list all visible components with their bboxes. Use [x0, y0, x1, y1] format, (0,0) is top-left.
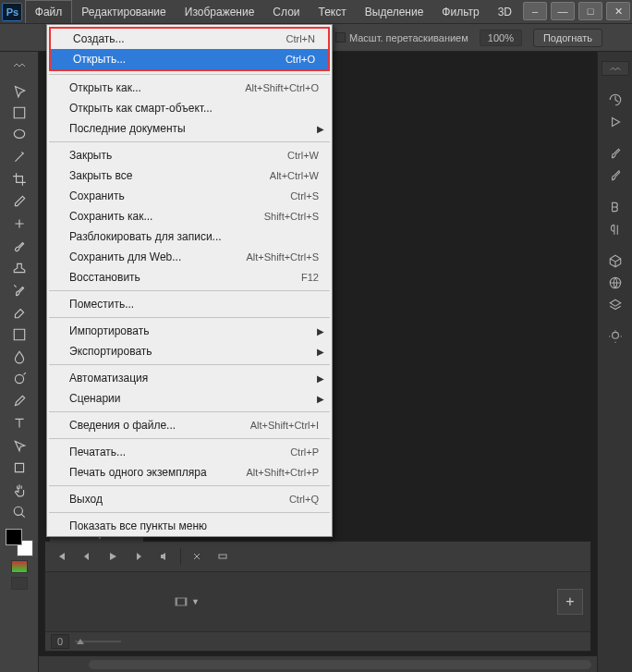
- svg-rect-2: [176, 598, 177, 605]
- menu-item-импортировать[interactable]: Импортировать▶: [47, 321, 332, 341]
- screen-mode-toggle[interactable]: [11, 577, 28, 590]
- expand-panels-icon[interactable]: [602, 61, 629, 76]
- menu-выделение[interactable]: Выделение: [356, 0, 433, 23]
- collapse-toolbar-icon[interactable]: [7, 57, 31, 79]
- menu-item-сведения-о-файле-[interactable]: Сведения о файле...Alt+Shift+Ctrl+I: [47, 415, 332, 435]
- maximize-button[interactable]: □: [578, 2, 602, 20]
- menu-item-открыть-как-[interactable]: Открыть как...Alt+Shift+Ctrl+O: [47, 78, 332, 98]
- menu-item-открыть-[interactable]: Открыть...Ctrl+O: [51, 49, 328, 69]
- para-panel-icon[interactable]: [604, 218, 626, 240]
- svg-rect-3: [185, 598, 187, 605]
- zoom-value-field[interactable]: 100%: [480, 30, 522, 46]
- menu-3d[interactable]: 3D: [489, 0, 521, 23]
- brush-tool[interactable]: [7, 235, 31, 257]
- history-panel-icon[interactable]: [604, 89, 626, 111]
- menu-фильтр[interactable]: Фильтр: [432, 0, 488, 23]
- tools-panel: [0, 52, 39, 672]
- gradient-tool[interactable]: [7, 324, 31, 346]
- pen-tool[interactable]: [7, 390, 31, 412]
- brush-preset-panel-icon[interactable]: [604, 142, 626, 165]
- menu-редактирование[interactable]: Редактирование: [72, 0, 175, 23]
- close-button[interactable]: ✕: [606, 2, 630, 20]
- brush-props-panel-icon[interactable]: [604, 165, 626, 187]
- lasso-tool[interactable]: [7, 124, 31, 146]
- menu-item-shortcut: Ctrl+N: [286, 33, 315, 44]
- menu-item-поместить-[interactable]: Поместить...: [47, 294, 332, 314]
- add-media-icon[interactable]: ▼: [175, 595, 200, 608]
- move-tool[interactable]: [7, 79, 31, 102]
- play-button[interactable]: [103, 547, 123, 566]
- menu-item-выход[interactable]: ВыходCtrl+Q: [47, 489, 332, 509]
- next-frame-button[interactable]: [128, 547, 149, 566]
- blur-tool[interactable]: [7, 346, 31, 368]
- zoom-tool[interactable]: [7, 501, 31, 523]
- timeline-panel: Шкала времени ▼ + 0: [44, 541, 591, 652]
- menu-текст[interactable]: Текст: [310, 0, 356, 23]
- stamp-tool[interactable]: [7, 257, 31, 279]
- menu-item-label: Экспортировать: [69, 345, 319, 358]
- split-clip-button[interactable]: [187, 547, 207, 566]
- crop-tool[interactable]: [7, 168, 31, 190]
- menu-item-сохранить-как-[interactable]: Сохранить как...Shift+Ctrl+S: [47, 206, 332, 226]
- color-swatch[interactable]: [6, 529, 33, 556]
- magic-wand-tool[interactable]: [7, 146, 31, 168]
- menu-item-label: Печать одного экземпляра: [69, 466, 246, 479]
- menu-item-печатать-[interactable]: Печатать...Ctrl+P: [47, 442, 332, 462]
- submenu-arrow-icon: ▶: [317, 394, 324, 404]
- menu-item-закрыть-все[interactable]: Закрыть всеAlt+Ctrl+W: [47, 165, 332, 186]
- hand-tool[interactable]: [7, 479, 31, 501]
- type-tool[interactable]: [7, 412, 31, 434]
- timeline-zoom-slider[interactable]: [75, 637, 121, 646]
- menu-item-экспортировать[interactable]: Экспортировать▶: [47, 341, 332, 361]
- menu-item-печать-одного-экземпляра[interactable]: Печать одного экземпляраAlt+Shift+Ctrl+P: [47, 462, 332, 483]
- add-track-button[interactable]: +: [557, 589, 583, 615]
- dodge-tool[interactable]: [7, 368, 31, 390]
- scrubby-zoom-checkbox[interactable]: Масшт. перетаскиванием: [335, 32, 468, 43]
- foreground-color-swatch[interactable]: [6, 529, 22, 545]
- char-panel-icon[interactable]: [604, 196, 626, 218]
- menu-item-последние-документы[interactable]: Последние документы▶: [47, 118, 332, 139]
- menu-item-закрыть[interactable]: ЗакрытьCtrl+W: [47, 145, 332, 165]
- light-panel-icon[interactable]: [604, 325, 626, 348]
- menu-item-shortcut: Ctrl+W: [287, 150, 319, 161]
- play-panel-icon[interactable]: [604, 111, 626, 133]
- quick-mask-toggle[interactable]: [11, 560, 28, 573]
- menu-item-сохранить-для-web-[interactable]: Сохранить для Web...Alt+Shift+Ctrl+S: [47, 247, 332, 267]
- menu-item-shortcut: Alt+Shift+Ctrl+O: [245, 82, 319, 93]
- menu-файл[interactable]: Файл: [25, 0, 73, 23]
- menu-item-разблокировать-для-записи-[interactable]: Разблокировать для записи...: [47, 226, 332, 247]
- history-brush-tool[interactable]: [7, 279, 31, 301]
- app-logo: Ps: [0, 0, 25, 23]
- rectangle-tool[interactable]: [7, 457, 31, 479]
- menu-item-shortcut: Alt+Shift+Ctrl+I: [250, 420, 319, 431]
- minimize-button[interactable]: —: [551, 2, 575, 20]
- menu-item-создать-[interactable]: Создать...Ctrl+N: [51, 29, 328, 49]
- sphere-panel-icon[interactable]: [604, 272, 626, 294]
- menu-item-показать-все-пункты-меню[interactable]: Показать все пункты меню: [47, 516, 332, 536]
- svg-rect-0: [219, 555, 226, 558]
- menu-слои[interactable]: Слои: [263, 0, 309, 23]
- menu-item-label: Импортировать: [69, 324, 319, 337]
- menu-item-автоматизация[interactable]: Автоматизация▶: [47, 368, 332, 388]
- menu-item-сценарии[interactable]: Сценарии▶: [47, 388, 332, 409]
- menu-item-открыть-как-смарт-объект-[interactable]: Открыть как смарт-объект...: [47, 98, 332, 118]
- healing-tool[interactable]: [7, 213, 31, 235]
- transition-button[interactable]: [213, 547, 233, 566]
- menu-item-сохранить[interactable]: СохранитьCtrl+S: [47, 186, 332, 206]
- cube-panel-icon[interactable]: [604, 250, 626, 272]
- audio-mute-button[interactable]: [154, 547, 175, 566]
- fit-screen-button[interactable]: Подогнать: [533, 29, 602, 47]
- marquee-tool[interactable]: [7, 102, 31, 124]
- goto-first-frame-button[interactable]: [51, 547, 71, 566]
- menu-item-восстановить[interactable]: ВосстановитьF12: [47, 267, 332, 287]
- eyedropper-tool[interactable]: [7, 190, 31, 213]
- workspace-minimize-button[interactable]: –: [523, 2, 547, 20]
- layers-panel-icon[interactable]: [604, 294, 626, 316]
- timeline-track[interactable]: ▼ +: [45, 571, 590, 632]
- prev-frame-button[interactable]: [77, 547, 97, 566]
- eraser-tool[interactable]: [7, 301, 31, 324]
- menu-item-label: Сценарии: [69, 392, 319, 405]
- horizontal-scrollbar[interactable]: [39, 655, 597, 672]
- menu-изображение[interactable]: Изображение: [176, 0, 264, 23]
- path-select-tool[interactable]: [7, 434, 31, 457]
